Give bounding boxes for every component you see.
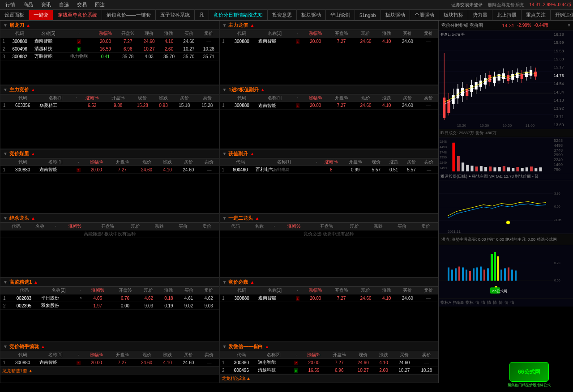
chart-stock-name: 竞价分时指标 竞价图 (441, 22, 483, 29)
section-header-faweixin: ▼ 发微信——崔白 ▲ (220, 342, 438, 351)
svg-rect-67 (480, 166, 483, 171)
svg-rect-75 (516, 167, 519, 171)
tab-fan[interactable]: 凡 (195, 10, 209, 20)
svg-text:2021.11: 2021.11 (448, 230, 461, 234)
col-open: 开盘% (117, 30, 139, 38)
svg-rect-100 (469, 271, 471, 281)
stock-table-jueshalongtu: 代码 名称 · 涨幅% 开盘% 现价 涨跌 买价 卖价 (0, 223, 219, 277)
section-header-zhulilongzhi: ▼ 主力龙值 ▲ (220, 21, 438, 30)
section-jingjiameili: ▼ 竞价煤里 ▲ 代码 名称[1] · 涨幅% 开盘% 现价 (0, 149, 219, 213)
table-row[interactable]: 2 002395 双象股份 1.97 0.00 9.03 0.19 9.02 9… (0, 302, 219, 310)
stock-table-jingjiameili: 代码 名称[1] · 涨幅% 开盘% 现价 涨跌 买价 卖价 (0, 158, 219, 213)
svg-text:3.95: 3.95 (554, 192, 560, 195)
watermark-subtext: 聚集热门精品炒股指标公式 (508, 383, 551, 383)
col-buy: 买价 (179, 30, 199, 38)
tab-bankuai[interactable]: 板块驱动 (297, 10, 326, 20)
stock-table-gaojian: 代码 名称[2] · 涨幅% 开盘% 现价 涨跌 买价 卖价 (0, 287, 219, 341)
menu-item-zixun[interactable]: 资讯 (38, 0, 55, 9)
svg-rect-110 (504, 268, 506, 281)
price-scale: 16.28 15.99 15.58 15.38 15.17 14.75 14.5… (553, 30, 573, 129)
section-title-jingjiaxiao: 竞价销手编珑 (9, 343, 39, 350)
tab-chuanxian[interactable]: 穿线至尊竞价系统 (53, 10, 102, 20)
close-icon[interactable]: × (568, 23, 570, 28)
status-exchange: 证券交易未登录 (451, 2, 483, 8)
section-title-jin2ban: 1进2板值副升 (228, 86, 258, 93)
svg-rect-106 (491, 254, 493, 281)
table-row[interactable]: 1 603356 华菱精工 6.52 9.88 15.28 0.93 15.18… (0, 102, 219, 109)
chart-change-pct: -2.99% (517, 23, 531, 28)
svg-rect-73 (507, 167, 510, 171)
menu-item-xingqing[interactable]: 行情 (2, 0, 19, 9)
tab-shililiang[interactable]: 势力量 (468, 10, 492, 20)
menu-item-jiaoy[interactable]: 交易 (73, 0, 90, 9)
volume-svg: 5248 4498 3748 2999 2249 1499 (439, 138, 553, 173)
table-row[interactable]: 3 300882 万胜智能 电力物联 0.41 35.78 4.03 35.70… (0, 53, 219, 60)
section-jingjiabichu: ▼ 竞价必蠢 ▲ 代码 名称[1] · 涨幅% 开盘% 现价 (219, 277, 439, 342)
table-row[interactable]: 1 300880 迦南智能 z 20.00 7.27 24.60 4.10 24… (220, 294, 438, 302)
chart-header: 竞价分时指标 竞价图 14.31 -2.99% -0.44币 × (439, 21, 573, 30)
tab-bankuai2[interactable]: 板块驱动 (381, 10, 410, 20)
tab-beishangchiguy[interactable]: 北上持股 (492, 10, 522, 20)
right-panel: 竞价分时指标 竞价图 14.31 -2.99% -0.44币 × 16.28 1… (439, 21, 573, 383)
svg-text:10:20: 10:20 (457, 124, 466, 128)
col-price: 现价 (139, 30, 159, 38)
tab-yijiantao[interactable]: 一键套 (29, 10, 53, 20)
volume-bars: 5248 4498 3748 2999 2249 1499 (439, 138, 553, 173)
section-header-jingjiameili: ▼ 竞价煤里 ▲ (0, 149, 219, 158)
col-idx (0, 30, 7, 38)
table-row[interactable]: 2 600496 清越科技 κ 16.59 6.96 10.27 2.60 10… (220, 366, 438, 374)
table-row[interactable]: 1 300880 迦南智能 z 20.00 7.27 24.60 4.10 24… (220, 359, 438, 366)
tab-jiesuo[interactable]: 解锁竞价——一键套 (102, 10, 156, 20)
tab-wuzi[interactable]: 五子登科系统 (156, 10, 195, 20)
svg-rect-70 (493, 167, 496, 171)
tab-zhongdianguanzhu[interactable]: 重点关注 (522, 10, 551, 20)
section-header-gaojian: ▼ 高监精选1 ▲ (0, 278, 219, 287)
tab-gegu[interactable]: 个股驱动 (410, 10, 439, 20)
table-row[interactable]: 1 600460 百利电气智能电网 8 0.99 5.57 0.51 5.57 … (220, 166, 438, 174)
info-text: 潜点: 涨势主升高买: 0.00 指针 0.00 绝对的主升: 0.00 精选公… (441, 237, 557, 243)
left-panel: ▼ 屠龙刀 ▲ 代码 名称[5] · 涨幅% 开盘% 现价 (0, 21, 439, 383)
section-header-huzhi: ▼ 获值副升 ▲ (220, 149, 438, 158)
section-title-yijin2longtu: 一进二龙头 (228, 215, 253, 222)
lower-chart-area[interactable]: 2021.11 3.95 0.00 -3.95 (439, 180, 573, 234)
svg-rect-65 (470, 166, 473, 171)
menu-item-huida[interactable]: 回达 (91, 0, 108, 9)
section-title-gaojian: 高监精选1 (9, 279, 32, 285)
section-title-jingjiabichu: 竞价必蠢 (228, 279, 248, 285)
main-chart-area[interactable]: 16.28 15.99 15.58 15.38 15.17 14.75 14.5… (439, 30, 573, 129)
svg-rect-63 (462, 162, 464, 171)
tab-touzi[interactable]: 投资意思 (268, 10, 297, 20)
svg-rect-9 (443, 98, 445, 118)
indicator-labels: 指标A 指标B 指标 情 情 情 情 情 情 情 (439, 298, 573, 307)
info-bar: 潜点: 涨势主升高买: 0.00 指针 0.00 绝对的主升: 0.00 精选公… (439, 234, 573, 245)
lower-lower-chart[interactable]: 66公式网 6.28 0.00 (439, 245, 573, 298)
table-row[interactable]: 1 002083 平日股份 * 4.05 6.76 4.62 0.18 4.61… (0, 294, 219, 302)
svg-rect-68 (484, 167, 487, 171)
table-row: 高能筛选! 板块中没有品种 (0, 230, 219, 238)
menu-item-zixuan[interactable]: 自选 (56, 0, 73, 9)
menu-item-shangpin[interactable]: 商品 (20, 0, 37, 9)
section-title-jueshalongtu: 绝杀龙头 (9, 215, 29, 222)
candlestick-chart: 开盘1: 3478 手 10:20 10:30 10:50 11:00 (439, 30, 553, 129)
table-row[interactable]: 1 300880 迦南智能 z 20.00 7.27 24.60 4.10 24… (0, 359, 219, 366)
volume-area[interactable]: 5248 4498 3748 2999 2249 1499 (439, 137, 573, 173)
volume-scale: 5248 4498 3748 2999 2249 1499 750 (553, 137, 573, 173)
stock-table-huzhi: 代码 名称[1] · 涨幅% 开盘% 现价 涨跌 买价 卖价 (220, 158, 438, 213)
svg-rect-94 (448, 268, 449, 281)
svg-text:0.00: 0.00 (554, 205, 560, 209)
tab-51ngbb[interactable]: 51ngbb (355, 10, 381, 20)
tab-shezhimianban[interactable]: 设置面板 (0, 10, 29, 20)
table-row[interactable]: 2 600496 清越科技 κ 16.59 6.96 10.27 2.60 10… (0, 45, 219, 53)
table-row[interactable]: 1 300880 迦南智能 z 20.00 7.27 24.60 4.10 24… (220, 102, 438, 109)
svg-rect-62 (457, 156, 460, 171)
table-row[interactable]: 1 300880 迦南智能 z 20.00 7.27 24.60 4.10 24… (0, 166, 219, 174)
table-row[interactable]: 1 300880 迦南智能 z 20.00 7.27 24.60 4.10 24… (0, 38, 219, 45)
watermark-logo: 66公式网 (509, 362, 549, 382)
tab-jingjiaqunqing[interactable]: 竞价分日群情绪涨先知 (209, 10, 268, 20)
tab-bankuaizhibiao[interactable]: 板块指标 (439, 10, 468, 20)
col-chg: 涨跌 (159, 30, 179, 38)
table-row[interactable]: 1 300880 迦南智能 z 20.00 7.27 24.60 4.10 24… (220, 38, 438, 45)
section-header-jueshalongtu: ▼ 绝杀龙头 ▲ (0, 214, 219, 223)
tab-huashanI[interactable]: 华山论剑 (326, 10, 355, 20)
tab-kaigouzhuizhi[interactable]: 开购追值 (551, 10, 573, 20)
